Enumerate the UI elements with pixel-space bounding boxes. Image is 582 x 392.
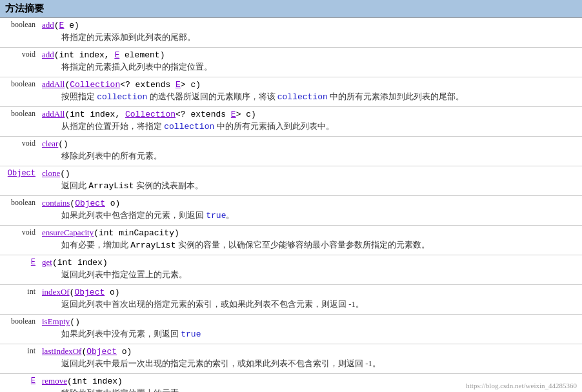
return-type-cell: boolean <box>0 196 39 226</box>
table-row: voidclear()移除此列表中的所有元素。 <box>0 137 582 166</box>
method-signature-line: ensureCapacity(int minCapacity) <box>42 228 579 238</box>
method-link[interactable]: addAll <box>42 109 65 119</box>
method-description: 返回此 ArrayList 实例的浅表副本。 <box>42 179 579 193</box>
return-type-cell: boolean <box>0 107 39 137</box>
section-title: 方法摘要 <box>0 0 582 18</box>
table-row: voidadd(int index, E element)将指定的元素插入此列表… <box>0 48 582 77</box>
method-description: 移除此列表中的所有元素。 <box>42 149 579 164</box>
return-type-cell: boolean <box>0 315 39 344</box>
method-signature-line: clear() <box>42 139 579 149</box>
method-link[interactable]: get <box>42 257 52 267</box>
table-row: Objectclone()返回此 ArrayList 实例的浅表副本。 <box>0 166 582 196</box>
method-link[interactable]: add <box>42 20 54 30</box>
method-signature-line: add(E e) <box>42 20 579 30</box>
method-description: 如有必要，增加此 ArrayList 实例的容量，以确保它至少能够容纳最小容量参… <box>42 238 579 253</box>
method-description: 返回此列表中首次出现的指定元素的索引，或如果此列表不包含元素，则返回 -1。 <box>42 297 579 312</box>
method-cell: lastIndexOf(Object o)返回此列表中最后一次出现的指定元素的索… <box>39 344 582 374</box>
method-link[interactable]: indexOf <box>42 287 70 297</box>
method-cell: clear()移除此列表中的所有元素。 <box>39 137 582 166</box>
return-type-cell: int <box>0 344 39 374</box>
method-link[interactable]: addAll <box>42 79 65 89</box>
method-signature-line: addAll(int index, Collection<? extends E… <box>42 109 579 119</box>
method-description: 按照指定 collection 的迭代器所返回的元素顺序，将该 collecti… <box>42 90 579 104</box>
method-description: 将指定的元素添加到此列表的尾部。 <box>42 30 579 45</box>
table-row: booleanisEmpty()如果此列表中没有元素，则返回 true <box>0 315 582 344</box>
method-description: 如果此列表中没有元素，则返回 true <box>42 327 579 342</box>
return-type-cell: void <box>0 48 39 77</box>
table-row: voidensureCapacity(int minCapacity)如有必要，… <box>0 226 582 255</box>
method-link[interactable]: lastIndexOf <box>42 346 81 356</box>
method-signature-line: clone() <box>42 168 579 179</box>
method-table: booleanadd(E e)将指定的元素添加到此列表的尾部。voidadd(i… <box>0 18 582 392</box>
method-cell: isEmpty()如果此列表中没有元素，则返回 true <box>39 315 582 344</box>
table-row: booleanadd(E e)将指定的元素添加到此列表的尾部。 <box>0 18 582 48</box>
method-cell: get(int index)返回此列表中指定位置上的元素。 <box>39 255 582 285</box>
return-type-cell: Object <box>0 166 39 196</box>
method-cell: addAll(int index, Collection<? extends E… <box>39 107 582 137</box>
method-link[interactable]: clear <box>42 139 58 148</box>
method-signature-line: addAll(Collection<? extends E> c) <box>42 79 579 90</box>
return-type-cell: E <box>0 255 39 285</box>
table-row: booleanaddAll(int index, Collection<? ex… <box>0 107 582 137</box>
method-description: 如果此列表中包含指定的元素，则返回 true。 <box>42 208 579 223</box>
method-description: 返回此列表中指定位置上的元素。 <box>42 268 579 282</box>
method-link[interactable]: isEmpty <box>42 317 70 326</box>
method-signature-line: add(int index, E element) <box>42 50 579 60</box>
table-row: intindexOf(Object o)返回此列表中首次出现的指定元素的索引，或… <box>0 285 582 315</box>
method-signature-line: get(int index) <box>42 257 579 268</box>
return-type-cell: boolean <box>0 18 39 48</box>
table-row: intlastIndexOf(Object o)返回此列表中最后一次出现的指定元… <box>0 344 582 374</box>
return-type-cell: void <box>0 226 39 255</box>
method-link[interactable]: clone <box>42 168 60 178</box>
method-signature-line: indexOf(Object o) <box>42 287 579 297</box>
method-link[interactable]: remove <box>42 376 67 386</box>
table-row: booleancontains(Object o)如果此列表中包含指定的元素，则… <box>0 196 582 226</box>
method-cell: add(int index, E element)将指定的元素插入此列表中的指定… <box>39 48 582 77</box>
method-cell: clone()返回此 ArrayList 实例的浅表副本。 <box>39 166 582 196</box>
method-link[interactable]: add <box>42 50 54 59</box>
method-cell: add(E e)将指定的元素添加到此列表的尾部。 <box>39 18 582 48</box>
method-cell: addAll(Collection<? extends E> c)按照指定 co… <box>39 77 582 107</box>
method-description: 返回此列表中最后一次出现的指定元素的索引，或如果此列表不包含索引，则返回 -1。 <box>42 357 579 371</box>
method-link[interactable]: contains <box>42 198 70 208</box>
return-type-cell: E <box>0 374 39 393</box>
method-signature-line: lastIndexOf(Object o) <box>42 346 579 357</box>
return-type-cell: void <box>0 137 39 166</box>
table-row: booleanaddAll(Collection<? extends E> c)… <box>0 77 582 107</box>
return-type-cell: boolean <box>0 77 39 107</box>
footer-watermark: https://blog.csdn.net/weixin_44285360 <box>466 382 577 389</box>
method-cell: contains(Object o)如果此列表中包含指定的元素，则返回 true… <box>39 196 582 226</box>
method-cell: indexOf(Object o)返回此列表中首次出现的指定元素的索引，或如果此… <box>39 285 582 315</box>
method-link[interactable]: ensureCapacity <box>42 228 94 237</box>
method-cell: ensureCapacity(int minCapacity)如有必要，增加此 … <box>39 226 582 255</box>
method-signature-line: isEmpty() <box>42 317 579 327</box>
method-description: 从指定的位置开始，将指定 collection 中的所有元素插入到此列表中。 <box>42 119 579 134</box>
table-row: Eget(int index)返回此列表中指定位置上的元素。 <box>0 255 582 285</box>
page-container: 方法摘要 booleanadd(E e)将指定的元素添加到此列表的尾部。void… <box>0 0 582 392</box>
method-description: 将指定的元素插入此列表中的指定位置。 <box>42 60 579 75</box>
return-type-cell: int <box>0 285 39 315</box>
method-signature-line: contains(Object o) <box>42 198 579 208</box>
